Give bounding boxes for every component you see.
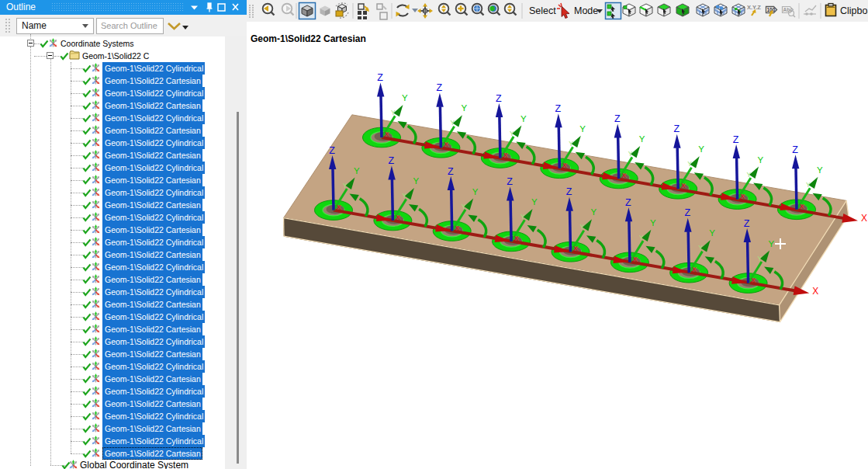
svg-text:X: X	[861, 213, 867, 224]
svg-text:Z: Z	[496, 93, 502, 104]
svg-text:Y: Y	[520, 114, 527, 123]
svg-text:X: X	[681, 182, 686, 189]
svg-text:Y: Y	[591, 207, 597, 217]
svg-text:Y: Y	[462, 203, 466, 210]
svg-text:Y: Y	[531, 197, 538, 207]
svg-text:X: X	[455, 224, 460, 232]
svg-text:X: X	[692, 266, 697, 273]
svg-text:Y: Y	[698, 244, 703, 252]
svg-text:Y: Y	[806, 181, 811, 189]
svg-text:Y: Y	[687, 160, 692, 168]
svg-text:Y: Y	[343, 182, 348, 189]
svg-text:X: X	[800, 203, 804, 210]
svg-text:X: X	[562, 162, 567, 169]
svg-text:Y: Y	[579, 124, 586, 134]
svg-text:Y: Y	[569, 140, 573, 148]
svg-text:Z: Z	[733, 134, 739, 145]
svg-text:Z: Z	[448, 166, 454, 177]
svg-text:Y: Y	[650, 218, 656, 228]
svg-text:Z: Z	[792, 144, 798, 155]
svg-text:X: X	[396, 214, 400, 221]
svg-text:Y: Y	[510, 130, 514, 137]
svg-text:Y: Y	[639, 234, 644, 241]
svg-text:X: X	[444, 141, 448, 148]
svg-text:X: X	[514, 234, 519, 242]
svg-text:Y: Y	[402, 93, 408, 102]
svg-text:Z: Z	[507, 176, 513, 187]
svg-text:Z: Z	[555, 103, 561, 114]
svg-text:X: X	[385, 130, 389, 138]
svg-text:Mode: Mode	[574, 5, 598, 16]
svg-text:Z: Z	[437, 82, 443, 93]
svg-text:Y: Y	[747, 171, 752, 179]
svg-text:Y: Y	[769, 239, 775, 248]
svg-text:X: X	[812, 286, 818, 297]
svg-text:Y: Y	[758, 155, 764, 165]
svg-text:Y: Y	[461, 103, 467, 113]
svg-text:Z: Z	[389, 155, 395, 166]
svg-text:Y: Y	[472, 187, 479, 196]
svg-text:X: X	[752, 276, 756, 284]
svg-text:Z: Z	[625, 197, 631, 208]
svg-text:Z: Z	[684, 207, 690, 218]
svg-text:X: X	[622, 172, 627, 179]
svg-text:Y: Y	[450, 119, 455, 127]
svg-text:X: X	[633, 255, 638, 263]
svg-text:Y: Y	[354, 166, 360, 175]
svg-text:Z: Z	[673, 123, 680, 134]
svg-text:Y: Y	[817, 165, 823, 175]
svg-text:Y: Y	[698, 144, 704, 154]
svg-text:X: X	[337, 203, 341, 211]
svg-text:Y: Y	[709, 228, 715, 238]
svg-text:Y: Y	[402, 192, 406, 200]
svg-text:X: X	[741, 193, 745, 200]
svg-text:Z: Z	[329, 145, 335, 156]
svg-text:Abc: Abc	[783, 7, 794, 12]
svg-text:Z: Z	[566, 186, 572, 197]
svg-text:Y: Y	[413, 176, 419, 186]
svg-text:Clipboard: Clipboard	[840, 5, 868, 16]
svg-text:Y: Y	[580, 223, 585, 231]
svg-text:Y: Y	[628, 150, 633, 158]
svg-text:Z: Z	[744, 218, 750, 229]
svg-text:Z: Z	[377, 72, 383, 83]
svg-text:Select: Select	[529, 5, 556, 16]
svg-text:X: X	[503, 151, 508, 159]
svg-text:X: X	[574, 245, 579, 252]
svg-text:X.Y.Z: X.Y.Z	[747, 4, 761, 11]
svg-text:Y: Y	[391, 109, 396, 116]
svg-text:Y: Y	[758, 255, 763, 262]
svg-text:Y: Y	[639, 134, 645, 144]
svg-text:Z: Z	[614, 113, 621, 124]
svg-text:Y: Y	[520, 213, 525, 221]
